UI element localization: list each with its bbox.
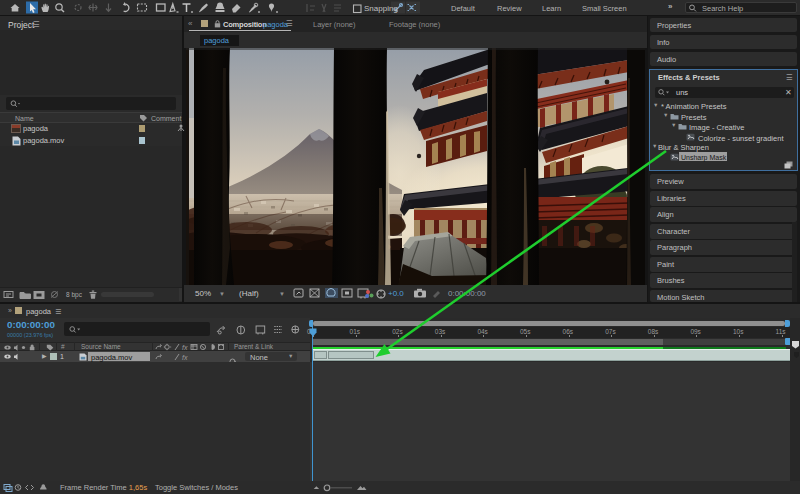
svg-text:fx: fx [182, 354, 188, 361]
svg-text:fx: fx [182, 344, 188, 351]
